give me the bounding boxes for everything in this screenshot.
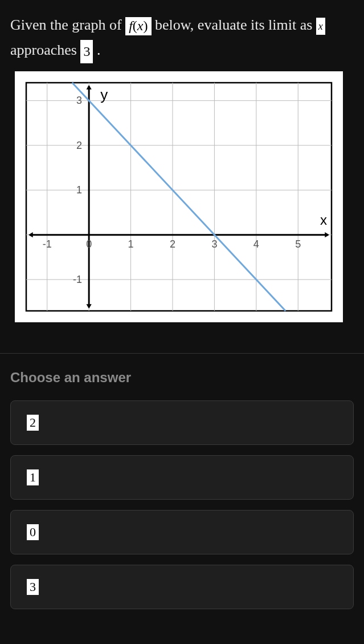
answer-value: 3 [27, 579, 39, 595]
svg-text:3: 3 [76, 95, 82, 106]
svg-text:-1: -1 [73, 274, 82, 285]
question-part4: . [97, 42, 101, 58]
answer-list: 2103 [10, 400, 354, 609]
svg-text:3: 3 [211, 238, 217, 249]
answer-value: 2 [27, 415, 39, 431]
answer-heading: Choose an answer [10, 370, 354, 386]
svg-text:-1: -1 [43, 238, 52, 249]
question-part1: Given the graph of [10, 17, 125, 33]
svg-text:y: y [100, 86, 108, 103]
fx-expression: f(x) [125, 17, 151, 35]
svg-text:5: 5 [295, 238, 301, 249]
answer-option-3[interactable]: 3 [10, 565, 354, 609]
answer-section: Choose an answer 2103 [0, 354, 364, 609]
answer-option-1[interactable]: 1 [10, 455, 354, 500]
svg-text:1: 1 [76, 184, 82, 196]
question-text: Given the graph of f(x) below, evaluate … [0, 0, 364, 333]
question-part3: approaches [10, 42, 80, 58]
variable-x: x [316, 18, 325, 35]
graph-container: -1012345-1123xy [15, 71, 343, 322]
question-part2: below, evaluate its limit as [155, 17, 316, 33]
svg-text:0: 0 [86, 238, 92, 249]
answer-option-0[interactable]: 0 [10, 510, 354, 554]
graph-svg: -1012345-1123xy [21, 77, 337, 317]
answer-value: 0 [27, 524, 39, 540]
answer-option-2[interactable]: 2 [10, 400, 354, 445]
answer-value: 1 [27, 469, 39, 485]
approach-value: 3 [80, 40, 93, 63]
svg-text:4: 4 [253, 238, 259, 249]
svg-text:x: x [320, 212, 327, 227]
svg-text:2: 2 [76, 139, 82, 151]
svg-text:2: 2 [170, 238, 175, 249]
svg-text:1: 1 [128, 238, 134, 249]
